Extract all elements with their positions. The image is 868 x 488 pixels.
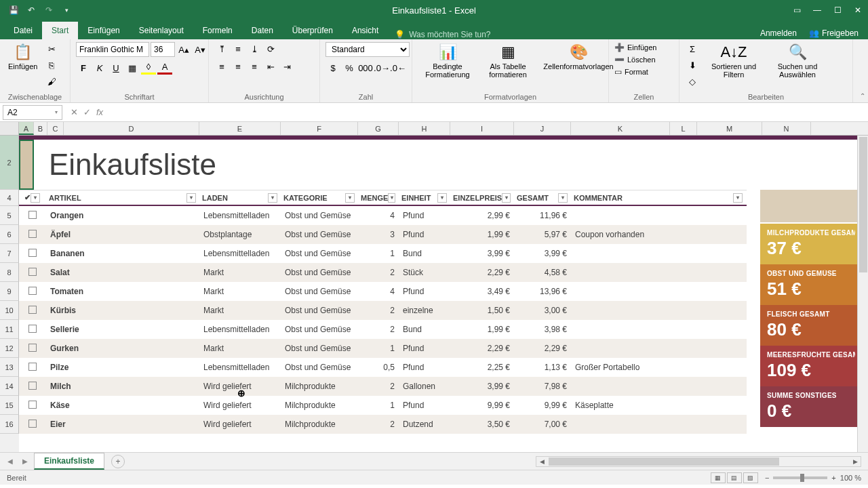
cell-kategorie[interactable]: Obst und Gemüse bbox=[281, 306, 358, 315]
cell-preis[interactable]: 2,25 € bbox=[450, 363, 514, 372]
cell-artikel[interactable]: Äpfel bbox=[46, 230, 199, 239]
column-header[interactable]: F bbox=[281, 122, 358, 135]
column-header[interactable]: E bbox=[199, 122, 281, 135]
save-icon[interactable]: 💾 bbox=[5, 2, 22, 18]
cell-preis[interactable]: 1,99 € bbox=[450, 325, 514, 334]
cell-einheit[interactable]: Pfund bbox=[399, 211, 450, 220]
font-color-icon[interactable]: A bbox=[157, 61, 172, 75]
cell-kategorie[interactable]: Milchprodukte bbox=[281, 401, 358, 410]
checkbox[interactable] bbox=[28, 230, 37, 238]
insert-cells-button[interactable]: ➕Einfügen bbox=[614, 42, 656, 53]
row-header[interactable]: 11 bbox=[0, 320, 19, 339]
table-row[interactable]: SellerieLebensmittelladenObst und Gemüse… bbox=[19, 320, 747, 339]
fill-color-icon[interactable]: ◊ bbox=[141, 61, 156, 75]
tab-file[interactable]: Datei bbox=[4, 22, 42, 39]
increase-indent-icon[interactable]: ⇥ bbox=[279, 60, 294, 73]
scroll-thumb[interactable] bbox=[549, 458, 779, 466]
row-header[interactable]: 10 bbox=[0, 301, 19, 320]
cell-einheit[interactable]: Bund bbox=[399, 325, 450, 334]
align-center-icon[interactable]: ≡ bbox=[231, 60, 245, 73]
border-icon[interactable]: ▦ bbox=[125, 61, 140, 75]
undo-icon[interactable]: ↶ bbox=[23, 2, 39, 18]
tab-review[interactable]: Überprüfen bbox=[283, 22, 342, 39]
fx-icon[interactable]: fx bbox=[96, 107, 103, 117]
column-header[interactable]: A bbox=[19, 122, 34, 135]
table-row[interactable]: BananenLebensmittelladenObst und Gemüse1… bbox=[19, 244, 747, 263]
cell-kommentar[interactable]: Käseplatte bbox=[571, 401, 746, 410]
cell-einheit[interactable]: einzelne bbox=[399, 306, 450, 315]
checkbox[interactable] bbox=[28, 325, 37, 333]
cell-menge[interactable]: 2 bbox=[358, 420, 399, 429]
column-header[interactable]: J bbox=[514, 122, 571, 135]
italic-button[interactable]: K bbox=[92, 61, 107, 75]
underline-button[interactable]: U bbox=[108, 61, 123, 75]
cell-laden[interactable]: Markt bbox=[199, 268, 281, 277]
row-header[interactable]: 4 bbox=[0, 190, 19, 206]
tab-home[interactable]: Start bbox=[42, 22, 78, 39]
cut-icon[interactable]: ✂ bbox=[44, 42, 59, 56]
cell-menge[interactable]: 2 bbox=[358, 382, 399, 391]
checkbox[interactable] bbox=[28, 420, 37, 428]
formula-input[interactable] bbox=[108, 105, 868, 120]
column-header[interactable]: I bbox=[450, 122, 514, 135]
cell-preis[interactable]: 2,29 € bbox=[450, 268, 514, 277]
find-select-button[interactable]: 🔍Suchen und Auswählen bbox=[768, 42, 827, 80]
decrease-font-icon[interactable]: A▾ bbox=[193, 43, 208, 56]
number-format-select[interactable]: Standard bbox=[326, 42, 410, 57]
cell-kategorie[interactable]: Obst und Gemüse bbox=[281, 325, 358, 334]
cell-kategorie[interactable]: Obst und Gemüse bbox=[281, 268, 358, 277]
sort-filter-button[interactable]: A↓ZSortieren und Filtern bbox=[704, 42, 764, 80]
cell-kategorie[interactable]: Milchprodukte bbox=[281, 420, 358, 429]
cell-artikel[interactable]: Salat bbox=[46, 268, 199, 277]
cell-laden[interactable]: Lebensmittelladen bbox=[199, 363, 281, 372]
cell-artikel[interactable]: Milch bbox=[46, 382, 199, 391]
cell-kommentar[interactable]: Coupon vorhanden bbox=[571, 230, 746, 239]
signin-link[interactable]: Anmelden bbox=[760, 28, 797, 38]
row-header[interactable]: 13 bbox=[0, 358, 19, 377]
cell-menge[interactable]: 1 bbox=[358, 401, 399, 410]
cell-gesamt[interactable]: 1,13 € bbox=[514, 363, 571, 372]
cell-laden[interactable]: Wird geliefert bbox=[199, 382, 281, 391]
cell-artikel[interactable]: Tomaten bbox=[46, 287, 199, 296]
fill-icon[interactable]: ⬇ bbox=[685, 58, 700, 72]
cell-gesamt[interactable]: 11,96 € bbox=[514, 211, 571, 220]
cell-laden[interactable]: Markt bbox=[199, 287, 281, 296]
cell-gesamt[interactable]: 3,99 € bbox=[514, 249, 571, 258]
table-row[interactable]: KürbisMarktObst und Gemüse2einzelne1,50 … bbox=[19, 301, 747, 320]
cancel-formula-icon[interactable]: ✕ bbox=[71, 107, 78, 117]
cell-einheit[interactable]: Bund bbox=[399, 249, 450, 258]
cell-preis[interactable]: 3,99 € bbox=[450, 249, 514, 258]
tab-view[interactable]: Ansicht bbox=[342, 22, 388, 39]
name-box[interactable]: A2▾ bbox=[3, 105, 62, 120]
prev-sheet-icon[interactable]: ◀ bbox=[4, 455, 16, 468]
select-all-button[interactable] bbox=[0, 122, 19, 135]
cell-laden[interactable]: Markt bbox=[199, 306, 281, 315]
cell-artikel[interactable]: Orangen bbox=[46, 211, 199, 220]
cell-artikel[interactable]: Sellerie bbox=[46, 325, 199, 334]
align-right-icon[interactable]: ≡ bbox=[247, 60, 262, 73]
collapse-ribbon-icon[interactable]: ⌃ bbox=[860, 92, 865, 100]
column-header[interactable]: H bbox=[399, 122, 450, 135]
filter-icon[interactable]: ▾ bbox=[388, 193, 395, 203]
filter-icon[interactable]: ▾ bbox=[733, 193, 743, 203]
cell-preis[interactable]: 9,99 € bbox=[450, 401, 514, 410]
table-row[interactable]: EierWird geliefertMilchprodukte2Dutzend3… bbox=[19, 415, 747, 434]
row-header[interactable]: 16 bbox=[0, 415, 19, 434]
column-header[interactable]: N bbox=[762, 122, 811, 135]
cell-gesamt[interactable]: 3,00 € bbox=[514, 306, 571, 315]
checkbox[interactable] bbox=[28, 211, 37, 219]
scroll-thumb[interactable] bbox=[859, 137, 867, 272]
sheet[interactable]: Einkaufsliste ✔▾ ARTIKEL▾ LADEN▾ KATEGOR… bbox=[19, 136, 868, 452]
cell-einheit[interactable]: Pfund bbox=[399, 344, 450, 353]
cell-preis[interactable]: 3,49 € bbox=[450, 287, 514, 296]
row-header[interactable]: 9 bbox=[0, 282, 19, 301]
cell-menge[interactable]: 2 bbox=[358, 268, 399, 277]
bold-button[interactable]: F bbox=[76, 61, 91, 75]
next-sheet-icon[interactable]: ▶ bbox=[19, 455, 31, 468]
cell-menge[interactable]: 1 bbox=[358, 344, 399, 353]
ribbon-options-icon[interactable]: ▭ bbox=[787, 0, 807, 20]
sheet-tab[interactable]: Einkaufsliste bbox=[34, 453, 104, 470]
checkbox[interactable] bbox=[28, 363, 37, 371]
align-middle-icon[interactable]: ≡ bbox=[231, 42, 245, 56]
cell-kategorie[interactable]: Obst und Gemüse bbox=[281, 230, 358, 239]
